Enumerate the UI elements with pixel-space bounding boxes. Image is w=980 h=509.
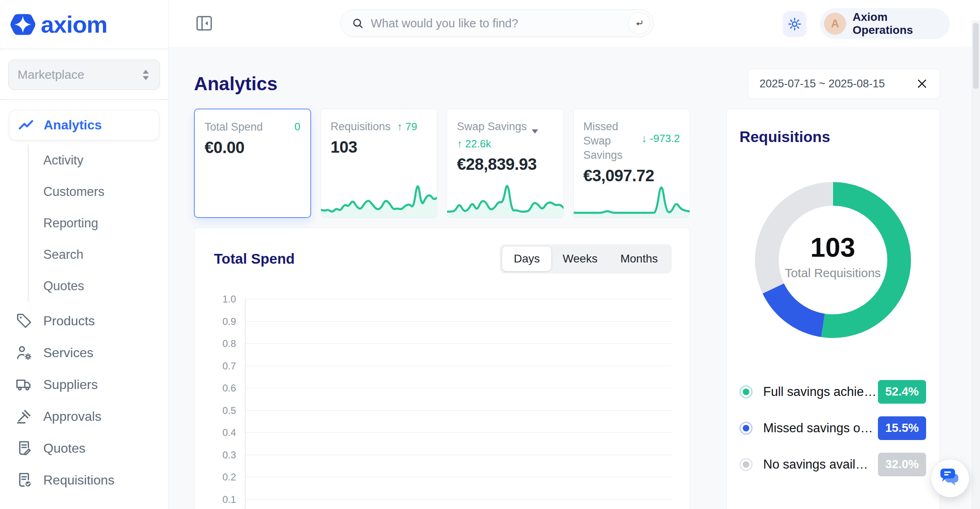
y-tick-row: 0.9 xyxy=(209,321,672,344)
page-scrollbar-thumb[interactable] xyxy=(973,23,979,89)
y-tick-label: 0.3 xyxy=(209,449,236,472)
main-area: A Axiom Operations Analytics 2025-07-15 … xyxy=(169,0,972,509)
truck-icon xyxy=(16,376,33,393)
sidebar-item-label: Products xyxy=(43,313,95,329)
kpi-card-delta: ↓ -973.2 xyxy=(641,132,680,146)
legend-dot-icon xyxy=(739,385,753,398)
sidebar-item-requisitions[interactable]: Requisitions xyxy=(9,464,159,496)
legend-percentage-badge: 52.4% xyxy=(878,380,926,404)
document-check-icon xyxy=(16,471,33,489)
y-tick-label: 0.9 xyxy=(209,316,236,338)
y-tick-row: 0.6 xyxy=(209,388,672,410)
toggle-weeks[interactable]: Weeks xyxy=(551,247,609,271)
gridline xyxy=(245,499,672,509)
sidebar-item-analytics[interactable]: Analytics xyxy=(9,110,159,140)
left-column: Total Spend0€0.00Requisitions↑ 79103Swap… xyxy=(194,99,690,509)
kpi-card-header: Missed Swap Savings↓ -973.2 xyxy=(584,120,680,162)
y-tick-row: 0.4 xyxy=(209,432,672,455)
sidebar: axiom Marketplace Analytics ActivityCust… xyxy=(0,0,169,509)
right-column: Requisitions 103 Total Requisitions Full… xyxy=(726,99,940,509)
gridline xyxy=(245,477,672,499)
sidebar-subitem-search[interactable]: Search xyxy=(29,239,159,270)
legend-label: No savings avail… xyxy=(763,457,878,472)
gridline xyxy=(245,321,672,344)
legend-label: Missed savings o… xyxy=(763,421,878,436)
y-tick-row: 0.1 xyxy=(209,499,672,509)
avatar: A xyxy=(824,13,846,35)
kpi-card-total-spend[interactable]: Total Spend0€0.00 xyxy=(194,109,311,218)
kpi-card-requisitions[interactable]: Requisitions↑ 79103 xyxy=(321,109,438,218)
workspace-select-value: Marketplace xyxy=(18,68,84,82)
y-tick-row: 0.8 xyxy=(209,343,672,366)
gridline xyxy=(245,455,672,477)
toggle-months[interactable]: Months xyxy=(609,247,669,271)
kpi-card-label: Missed Swap Savings xyxy=(584,120,642,162)
legend-label: Full savings achie… xyxy=(763,385,878,399)
sidebar-item-approvals[interactable]: Approvals xyxy=(9,400,159,432)
date-range-value: 2025-07-15 ~ 2025-08-15 xyxy=(760,78,885,90)
sidebar-item-label: Quotes xyxy=(43,441,85,456)
kpi-card-delta: ↑ 22.6k xyxy=(457,137,554,151)
sidebar-collapse-icon[interactable] xyxy=(195,14,214,34)
y-tick-label: 1.0 xyxy=(209,293,236,316)
sidebar-subitem-activity[interactable]: Activity xyxy=(29,144,159,176)
y-tick-label: 0.8 xyxy=(209,338,236,360)
kpi-card-missed-swap-savings[interactable]: Missed Swap Savings↓ -973.2€3,097.72 xyxy=(573,109,690,218)
gridline xyxy=(245,432,672,455)
sidebar-item-label: Analytics xyxy=(44,118,102,133)
sidebar-item-label: Approvals xyxy=(43,409,101,424)
line-chart-icon xyxy=(18,117,35,134)
sidebar-subnav: ActivityCustomersReportingSearchQuotes xyxy=(28,144,159,302)
donut-total-value: 103 xyxy=(810,232,855,263)
sidebar-subitem-customers[interactable]: Customers xyxy=(29,176,159,207)
kpi-card-value: €28,839.93 xyxy=(457,155,554,173)
sidebar-item-products[interactable]: Products xyxy=(9,305,159,337)
donut-legend: Full savings achie…52.4%Missed savings o… xyxy=(739,373,926,482)
total-spend-chart-card: Total Spend DaysWeeksMonths 1.00.90.80.7… xyxy=(194,227,690,509)
axiom-logo-icon xyxy=(10,11,36,38)
sidebar-subitem-reporting[interactable]: Reporting xyxy=(29,207,159,239)
chevron-down-icon[interactable] xyxy=(531,124,539,129)
sidebar-item-quotes[interactable]: Quotes xyxy=(9,432,159,464)
gavel-icon xyxy=(16,408,33,425)
topbar: A Axiom Operations xyxy=(169,0,972,47)
account-menu[interactable]: A Axiom Operations xyxy=(820,8,950,39)
y-tick-label: 0.4 xyxy=(209,427,236,449)
kpi-card-delta: ↑ 79 xyxy=(397,120,417,134)
gridline xyxy=(245,299,672,321)
y-tick-label: 0.1 xyxy=(209,494,236,509)
close-icon[interactable] xyxy=(916,78,928,90)
chart-title: Total Spend xyxy=(214,251,295,267)
sidebar-subitem-quotes[interactable]: Quotes xyxy=(29,270,159,302)
kpi-card-value: 103 xyxy=(331,138,428,156)
search-input[interactable] xyxy=(371,17,628,30)
donut-center: 103 Total Requisitions xyxy=(751,174,915,338)
select-updown-icon xyxy=(141,68,151,81)
gridline xyxy=(245,343,672,366)
kpi-card-swap-savings[interactable]: Swap Savings↑ 22.6k€28,839.93 xyxy=(447,109,564,218)
legend-percentage-badge: 32.0% xyxy=(878,453,926,476)
date-range-filter[interactable]: 2025-07-15 ~ 2025-08-15 xyxy=(748,69,940,99)
settings-button[interactable] xyxy=(783,11,806,37)
kpi-card-label: Swap Savings xyxy=(457,120,527,134)
page-content: Analytics 2025-07-15 ~ 2025-08-15 Total … xyxy=(169,69,972,509)
spend-chart-plot: 1.00.90.80.70.60.50.40.30.20.1 xyxy=(209,299,672,509)
toggle-days[interactable]: Days xyxy=(502,247,551,271)
sidebar-items: ProductsServicesSuppliersApprovalsQuotes… xyxy=(9,305,159,496)
sidebar-item-suppliers[interactable]: Suppliers xyxy=(9,369,159,400)
requisitions-donut-chart: 103 Total Requisitions xyxy=(751,178,915,342)
workspace-select[interactable]: Marketplace xyxy=(8,60,160,90)
y-tick-row: 1.0 xyxy=(209,299,672,321)
kpi-card-label: Total Spend xyxy=(205,120,263,134)
page-scrollbar-track[interactable] xyxy=(972,20,980,509)
sparkline xyxy=(321,173,438,218)
y-axis-line xyxy=(245,299,245,509)
chat-button[interactable] xyxy=(931,460,969,497)
chat-icon xyxy=(940,468,961,489)
sidebar-nav: Analytics ActivityCustomersReportingSear… xyxy=(0,100,168,496)
kpi-cards-row: Total Spend0€0.00Requisitions↑ 79103Swap… xyxy=(194,109,690,218)
sidebar-item-services[interactable]: Services xyxy=(9,337,159,369)
document-edit-icon xyxy=(16,440,33,457)
search-submit-button[interactable] xyxy=(628,12,650,34)
brand-logo[interactable]: axiom xyxy=(0,0,168,49)
